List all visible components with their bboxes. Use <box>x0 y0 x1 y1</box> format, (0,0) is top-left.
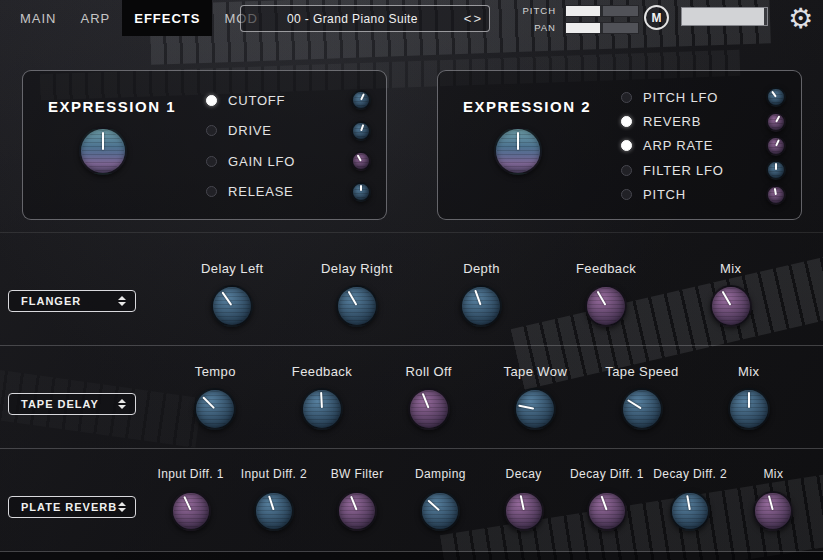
knob-tempo[interactable] <box>194 388 236 430</box>
knob-decay-diff-2[interactable] <box>670 491 710 531</box>
target-radio[interactable] <box>206 186 217 197</box>
knob-needle-icon <box>415 486 466 537</box>
knob-cell: Input Diff. 1 <box>149 461 232 549</box>
target-radio[interactable] <box>206 95 217 106</box>
knob-input-diff-2[interactable] <box>254 491 294 531</box>
knob-label: Roll Off <box>406 364 452 380</box>
effect-type-select[interactable]: PLATE REVERB <box>8 496 136 518</box>
knob-needle-icon <box>334 488 381 535</box>
knob-damping[interactable] <box>420 491 460 531</box>
knob-delay-left[interactable] <box>211 285 253 327</box>
knob-cell: Decay <box>482 461 565 549</box>
knob-cell: Mix <box>668 255 793 343</box>
select-arrows-icon <box>118 502 126 512</box>
knob-label: Delay Left <box>201 261 264 277</box>
knob-delay-right[interactable] <box>336 285 378 327</box>
knob-feedback[interactable] <box>301 388 343 430</box>
knob-cell: Mix <box>695 358 802 446</box>
pan-slider-fill <box>566 23 603 33</box>
knob-expression-1-macro[interactable] <box>79 127 127 175</box>
expression-panel-2: EXPRESSION 2 PITCH LFOREVERBARP RATEFILT… <box>437 70 802 220</box>
knob-mix[interactable] <box>728 388 770 430</box>
knob-mix[interactable] <box>753 491 793 531</box>
knob-needle-icon <box>302 389 342 429</box>
knob-needle-icon <box>353 184 369 200</box>
knob-pitch-lfo[interactable] <box>766 87 786 107</box>
bottom-strip <box>0 552 823 560</box>
target-radio[interactable] <box>206 156 217 167</box>
knob-decay-diff-1[interactable] <box>587 491 627 531</box>
knob-decay[interactable] <box>504 491 544 531</box>
knob-label: Decay Diff. 2 <box>653 467 727 483</box>
knob-roll-off[interactable] <box>408 388 450 430</box>
effect-band-1: FLANGER Delay LeftDelay RightDepthFeedba… <box>0 255 823 343</box>
knob-needle-icon <box>167 487 215 535</box>
tab-effects[interactable]: EFFECTS <box>122 0 212 36</box>
knob-cell: Tempo <box>162 358 269 446</box>
knob-cell: Damping <box>399 461 482 549</box>
tab-main[interactable]: MAIN <box>8 0 69 36</box>
knob-needle-icon <box>584 488 630 534</box>
knob-release[interactable] <box>351 182 371 202</box>
target-label: RELEASE <box>228 184 340 199</box>
knob-cell: Decay Diff. 2 <box>649 461 732 549</box>
master-slider-fill <box>682 8 764 25</box>
target-radio[interactable] <box>206 125 217 136</box>
knob-feedback[interactable] <box>585 285 627 327</box>
knob-cutoff[interactable] <box>351 90 371 110</box>
target-radio[interactable] <box>621 116 632 127</box>
knob-cell: Input Diff. 2 <box>232 461 315 549</box>
knob-needle-icon <box>767 185 786 204</box>
pan-label: PAN <box>520 22 556 33</box>
divider <box>0 448 823 449</box>
knob-row: TempoFeedbackRoll OffTape WowTape SpeedM… <box>162 358 802 446</box>
mute-button[interactable]: M <box>644 5 669 30</box>
target-label: REVERB <box>643 114 755 129</box>
knob-arp-rate[interactable] <box>766 136 786 156</box>
target-radio[interactable] <box>621 140 632 151</box>
top-bar: MAINARPEFFECTSMOD 00 - Grand Piano Suite… <box>0 0 823 38</box>
knob-needle-icon <box>580 280 632 332</box>
preset-next-button[interactable]: > <box>473 12 481 25</box>
knob-cell: Feedback <box>544 255 669 343</box>
knob-reverb[interactable] <box>766 112 786 132</box>
knob-row: Delay LeftDelay RightDepthFeedbackMix <box>170 255 793 343</box>
knob-mix[interactable] <box>710 285 752 327</box>
knob-needle-icon <box>765 86 787 108</box>
preset-prev-button[interactable]: < <box>464 12 472 25</box>
knob-needle-icon <box>331 280 383 332</box>
effect-type-select[interactable]: FLANGER <box>8 290 136 312</box>
knob-input-diff-1[interactable] <box>171 491 211 531</box>
knob-tape-wow[interactable] <box>514 388 556 430</box>
effect-type-select[interactable]: TAPE DELAY <box>8 393 136 415</box>
expression-target-row: REVERB <box>621 112 786 132</box>
target-radio[interactable] <box>621 165 632 176</box>
master-slider[interactable] <box>681 7 768 26</box>
knob-filter-lfo[interactable] <box>766 160 786 180</box>
knob-pitch[interactable] <box>766 185 786 205</box>
expression-panel-title: EXPRESSION 2 <box>463 98 591 115</box>
pitch-slider[interactable] <box>565 5 639 17</box>
knob-cell: Decay Diff. 1 <box>565 461 648 549</box>
knob-label: Delay Right <box>321 261 393 277</box>
knob-cell: Tape Wow <box>482 358 589 446</box>
knob-tape-speed[interactable] <box>621 388 663 430</box>
target-radio[interactable] <box>621 92 632 103</box>
target-radio[interactable] <box>621 189 632 200</box>
settings-gear-icon[interactable]: ⚙ <box>788 0 813 38</box>
knob-cell: Tape Speed <box>589 358 696 446</box>
pan-slider[interactable] <box>565 22 639 34</box>
effect-band-2: TAPE DELAY TempoFeedbackRoll OffTape Wow… <box>0 358 823 446</box>
knob-expression-2-macro[interactable] <box>494 127 542 175</box>
target-label: PITCH LFO <box>643 90 755 105</box>
expression-target-list: CUTOFFDRIVEGAIN LFORELEASE <box>206 85 371 207</box>
expression-target-row: PITCH <box>621 185 786 205</box>
knob-depth[interactable] <box>460 285 502 327</box>
knob-drive[interactable] <box>351 121 371 141</box>
target-label: GAIN LFO <box>228 154 340 169</box>
knob-gain-lfo[interactable] <box>351 151 371 171</box>
preset-selector[interactable]: 00 - Grand Piano Suite < > <box>240 5 490 32</box>
knob-bw-filter[interactable] <box>337 491 377 531</box>
tab-arp[interactable]: ARP <box>69 0 123 36</box>
effect-type-label: TAPE DELAY <box>9 398 118 410</box>
